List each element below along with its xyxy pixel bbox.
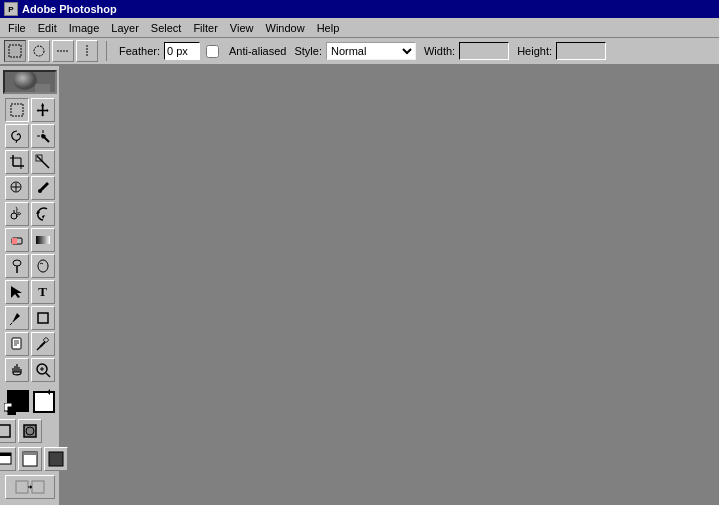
move-tool-btn[interactable] [31, 98, 55, 122]
selection-shape-group [4, 40, 98, 62]
col-marquee-icon [80, 44, 94, 58]
slice-tool-btn[interactable] [31, 150, 55, 174]
ellipse-select-btn[interactable] [28, 40, 50, 62]
svg-marker-8 [36, 103, 48, 117]
main-area: T [0, 66, 719, 505]
crop-tool-btn[interactable] [5, 150, 29, 174]
tool-row-5 [5, 202, 55, 226]
menu-view[interactable]: View [224, 20, 260, 36]
eyedropper-tool-btn[interactable] [31, 332, 55, 356]
text-tool-icon: T [38, 284, 47, 300]
style-label: Style: [294, 45, 322, 57]
magic-wand-icon [35, 128, 51, 144]
menu-filter[interactable]: Filter [187, 20, 223, 36]
lasso-tool-btn[interactable] [5, 124, 29, 148]
screen-mode-full-btn[interactable] [44, 447, 68, 471]
shape-tool-icon [35, 310, 51, 326]
menu-bar: File Edit Image Layer Select Filter View… [0, 18, 719, 38]
text-tool-btn[interactable]: T [31, 280, 55, 304]
anti-aliased-label: Anti-aliased [229, 45, 286, 57]
blur-tool-icon [35, 258, 51, 274]
pen-tool-btn[interactable] [5, 306, 29, 330]
screen-mode-std-btn[interactable] [0, 447, 16, 471]
tool-row-2 [5, 124, 55, 148]
eraser-tool-btn[interactable] [5, 228, 29, 252]
svg-rect-6 [35, 84, 50, 94]
menu-image[interactable]: Image [63, 20, 106, 36]
screen-std-icon [0, 451, 12, 467]
notes-tool-btn[interactable] [5, 332, 29, 356]
svg-line-20 [37, 156, 49, 168]
canvas-area [60, 66, 719, 505]
height-input[interactable] [556, 42, 606, 60]
tool-row-8: T [5, 280, 55, 304]
reset-colors-icon[interactable] [4, 403, 16, 415]
dodge-tool-icon [9, 258, 25, 274]
gradient-tool-btn[interactable] [31, 228, 55, 252]
rect-select-btn[interactable] [4, 40, 26, 62]
screen-mode-full-menu-btn[interactable] [18, 447, 42, 471]
height-label: Height: [517, 45, 552, 57]
shape-tool-btn[interactable] [31, 306, 55, 330]
title-bar: P Adobe Photoshop [0, 0, 719, 18]
hand-tool-icon [9, 362, 25, 378]
svg-line-42 [40, 342, 45, 347]
svg-rect-0 [9, 45, 21, 57]
slice-tool-icon [35, 154, 51, 170]
blur-tool-btn[interactable] [31, 254, 55, 278]
svg-rect-49 [8, 407, 16, 415]
screen-mode-row [0, 447, 68, 471]
menu-edit[interactable]: Edit [32, 20, 63, 36]
svg-rect-36 [38, 313, 48, 323]
menu-help[interactable]: Help [311, 20, 346, 36]
swap-colors-icon[interactable] [45, 388, 55, 398]
imageready-icon [15, 479, 45, 495]
marquee-tool-btn[interactable] [5, 98, 29, 122]
history-brush-btn[interactable] [31, 202, 55, 226]
single-row-btn[interactable] [52, 40, 74, 62]
path-select-btn[interactable] [5, 280, 29, 304]
tool-preview [3, 70, 57, 94]
bottom-tools [0, 419, 68, 501]
hand-tool-btn[interactable] [5, 358, 29, 382]
brush-tool-icon [35, 180, 51, 196]
svg-point-32 [13, 260, 21, 266]
pen-tool-icon [9, 310, 25, 326]
row-marquee-icon [56, 44, 70, 58]
style-select[interactable]: Normal Fixed Aspect Ratio Fixed Size [326, 42, 416, 60]
svg-rect-59 [32, 481, 44, 493]
svg-point-15 [41, 134, 45, 138]
imageready-btn[interactable] [5, 475, 55, 499]
menu-layer[interactable]: Layer [105, 20, 145, 36]
tool-row-7 [5, 254, 55, 278]
tool-row-10 [5, 332, 55, 356]
menu-file[interactable]: File [2, 20, 32, 36]
svg-line-43 [37, 347, 40, 350]
zoom-tool-btn[interactable] [31, 358, 55, 382]
history-brush-icon [35, 206, 51, 222]
magic-wand-btn[interactable] [31, 124, 55, 148]
svg-rect-56 [23, 452, 37, 455]
svg-rect-58 [16, 481, 28, 493]
svg-rect-31 [36, 236, 50, 244]
imageready-row [0, 475, 68, 499]
menu-select[interactable]: Select [145, 20, 188, 36]
single-col-btn[interactable] [76, 40, 98, 62]
svg-rect-30 [12, 238, 17, 244]
width-input[interactable] [459, 42, 509, 60]
notes-tool-icon [9, 336, 25, 352]
quick-mask-btn[interactable] [18, 419, 42, 443]
standard-mode-btn[interactable] [0, 419, 16, 443]
clone-tool-btn[interactable] [5, 202, 29, 226]
brush-tool-btn[interactable] [31, 176, 55, 200]
move-tool-icon [35, 102, 51, 118]
svg-point-25 [38, 189, 42, 193]
svg-rect-57 [49, 452, 63, 466]
gradient-tool-icon [35, 232, 51, 248]
menu-window[interactable]: Window [260, 20, 311, 36]
feather-input[interactable] [164, 42, 200, 60]
anti-aliased-checkbox[interactable] [206, 45, 219, 58]
svg-rect-37 [12, 338, 21, 349]
heal-tool-btn[interactable] [5, 176, 29, 200]
dodge-tool-btn[interactable] [5, 254, 29, 278]
